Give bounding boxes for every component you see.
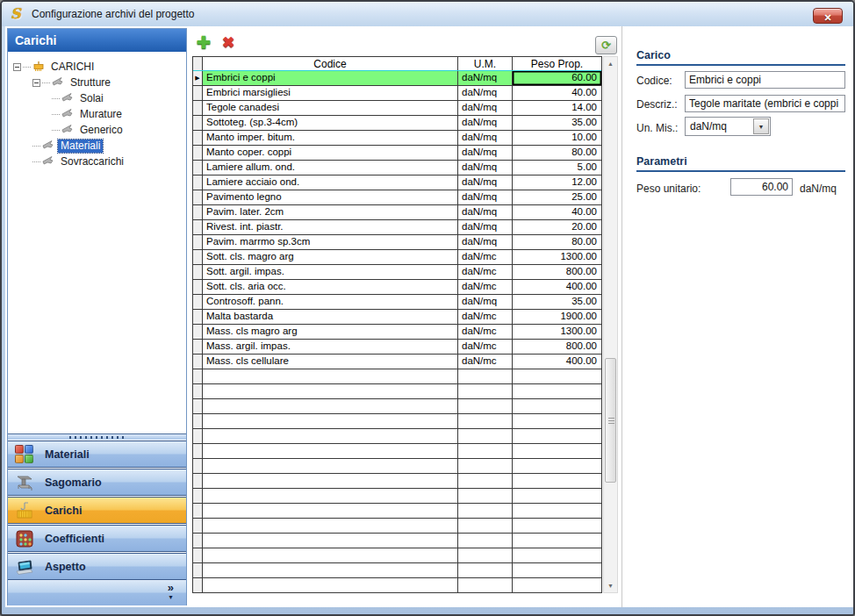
tree-expander-icon[interactable] (13, 63, 21, 71)
cell-codice[interactable]: Mass. argil. impas. (203, 340, 458, 354)
table-row[interactable]: Lamiere acciaio ond.daN/mq12.00 (193, 175, 601, 190)
tree-item-label[interactable]: Materiali (58, 140, 103, 153)
cell-codice[interactable]: Tegole canadesi (203, 101, 458, 115)
cell-peso[interactable]: 1300.00 (513, 250, 601, 264)
tree-item-strutture[interactable]: Strutture (8, 75, 186, 90)
tree-expander-icon[interactable] (32, 79, 40, 87)
refresh-button[interactable]: ⟳ (595, 36, 617, 54)
cell-peso[interactable]: 40.00 (513, 205, 601, 219)
table-row[interactable]: Controsoff. pann.daN/mq35.00 (193, 295, 601, 310)
tree-item-solai[interactable]: Solai (8, 90, 186, 106)
table-row[interactable]: Pavim. later. 2cmdaN/mq40.00 (193, 205, 601, 220)
cell-peso[interactable]: 800.00 (513, 340, 601, 354)
cell-codice[interactable]: Pavimento legno (203, 190, 458, 204)
table-row[interactable]: ▶Embrici e coppidaN/mq60.00 (193, 71, 601, 86)
cell-codice[interactable] (203, 429, 458, 443)
table-row[interactable]: Sottoteg. (sp.3-4cm)daN/mq35.00 (193, 116, 601, 131)
table-row[interactable]: Mass. cls magro argdaN/mc1300.00 (193, 325, 601, 340)
nav-button-sagomario[interactable]: Sagomario (8, 469, 186, 496)
nav-button-carichi[interactable]: Carichi (8, 497, 186, 524)
table-row[interactable]: Pavimento legnodaN/mq25.00 (193, 190, 601, 205)
nav-overflow-bar[interactable]: » ▾ (8, 579, 186, 605)
cell-peso[interactable]: 10.00 (513, 131, 601, 145)
cell-um[interactable]: daN/mq (458, 190, 513, 204)
table-empty-row[interactable] (193, 474, 601, 489)
cell-peso[interactable]: 1900.00 (513, 310, 601, 324)
cell-peso[interactable] (513, 429, 601, 443)
titlebar[interactable]: S Configurazione archivi del progetto ✕ (2, 2, 853, 26)
table-empty-row[interactable] (193, 534, 601, 548)
scrollbar-thumb[interactable] (605, 358, 616, 483)
column-header-codice[interactable]: Codice (203, 57, 458, 70)
cell-codice[interactable]: Rivest. int. piastr. (203, 220, 458, 234)
table-empty-row[interactable] (193, 563, 601, 578)
cell-um[interactable] (458, 399, 513, 413)
tree-item-materiali[interactable]: Materiali (8, 138, 186, 154)
table-row[interactable]: Mass. argil. impas.daN/mc800.00 (193, 340, 601, 355)
cell-um[interactable]: daN/mc (458, 265, 513, 279)
cell-peso[interactable]: 25.00 (513, 190, 601, 204)
cell-codice[interactable]: Controsoff. pann. (203, 295, 458, 309)
tree-item-murature[interactable]: Murature (8, 106, 186, 122)
table-empty-row[interactable] (193, 548, 601, 563)
cell-um[interactable]: daN/mq (458, 86, 513, 100)
cell-codice[interactable]: Lamiere acciaio ond. (203, 175, 458, 190)
cell-codice[interactable] (203, 578, 458, 592)
cell-um[interactable]: daN/mq (458, 146, 513, 160)
table-row[interactable]: Tegole canadesidaN/mq14.00 (193, 101, 601, 116)
cell-peso[interactable] (513, 504, 601, 518)
nav-button-materiali[interactable]: Materiali (8, 441, 186, 468)
cell-peso[interactable]: 400.00 (513, 280, 601, 294)
cell-um[interactable] (458, 474, 513, 488)
table-row[interactable]: Malta bastardadaN/mc1900.00 (193, 310, 601, 325)
tree-item-carichi[interactable]: CARICHI (8, 59, 186, 75)
cell-codice[interactable]: Lamiere allum. ond. (203, 161, 458, 175)
cell-peso[interactable] (513, 578, 601, 592)
table-empty-row[interactable] (193, 459, 601, 474)
cell-codice[interactable]: Sottoteg. (sp.3-4cm) (203, 116, 458, 130)
cell-peso[interactable] (513, 444, 601, 458)
cell-codice[interactable]: Mass. cls magro arg (203, 325, 458, 339)
table-empty-row[interactable] (193, 578, 601, 593)
cell-codice[interactable] (203, 414, 458, 428)
cell-peso[interactable] (513, 563, 601, 577)
cell-um[interactable]: daN/mc (458, 355, 513, 369)
cell-codice[interactable]: Sott. argil. impas. (203, 265, 458, 279)
nav-button-aspetto[interactable]: Aspetto (8, 553, 186, 580)
column-header-um[interactable]: U.M. (458, 57, 513, 70)
cell-peso[interactable]: 40.00 (513, 86, 601, 100)
cell-codice[interactable] (203, 519, 458, 533)
cell-peso[interactable]: 400.00 (513, 355, 601, 369)
table-row[interactable]: Pavim. marrmo sp.3cmdaN/mq80.00 (193, 235, 601, 250)
scroll-up-icon[interactable]: ▲ (604, 57, 617, 70)
cell-um[interactable] (458, 578, 513, 592)
cell-um[interactable] (458, 369, 513, 383)
cell-codice[interactable]: Manto imper. bitum. (203, 131, 458, 145)
table-row[interactable]: Sott. cls. magro argdaN/mc1300.00 (193, 250, 601, 265)
table-row[interactable]: Sott. argil. impas.daN/mc800.00 (193, 265, 601, 280)
cell-peso[interactable] (513, 399, 601, 413)
cell-um[interactable]: daN/mc (458, 340, 513, 354)
tree-item-generico[interactable]: Generico (8, 122, 186, 138)
cell-peso[interactable]: 20.00 (513, 220, 601, 234)
cell-peso[interactable]: 14.00 (513, 101, 601, 115)
cell-peso[interactable]: 800.00 (513, 265, 601, 279)
cell-um[interactable]: daN/mq (458, 116, 513, 130)
cell-um[interactable]: daN/mq (458, 101, 513, 115)
cell-codice[interactable] (203, 563, 458, 577)
delete-row-button[interactable]: ✖ (219, 33, 238, 53)
cell-um[interactable]: daN/mq (458, 295, 513, 309)
table-row[interactable]: Sott. cls. aria occ.daN/mc400.00 (193, 280, 601, 295)
tree-item-label[interactable]: Sovraccarichi (58, 155, 126, 168)
cell-um[interactable]: daN/mq (458, 175, 513, 190)
cell-peso[interactable] (513, 548, 601, 562)
cell-peso[interactable]: 80.00 (513, 235, 601, 249)
unmis-select[interactable]: daN/mq ▼ (685, 117, 771, 136)
cell-peso[interactable]: 60.00 (513, 71, 601, 85)
cell-codice[interactable]: Embrici marsigliesi (203, 86, 458, 100)
cell-codice[interactable] (203, 504, 458, 518)
cell-peso[interactable]: 5.00 (513, 161, 601, 175)
cell-peso[interactable] (513, 474, 601, 488)
cell-um[interactable]: daN/mq (458, 235, 513, 249)
cell-codice[interactable] (203, 489, 458, 503)
